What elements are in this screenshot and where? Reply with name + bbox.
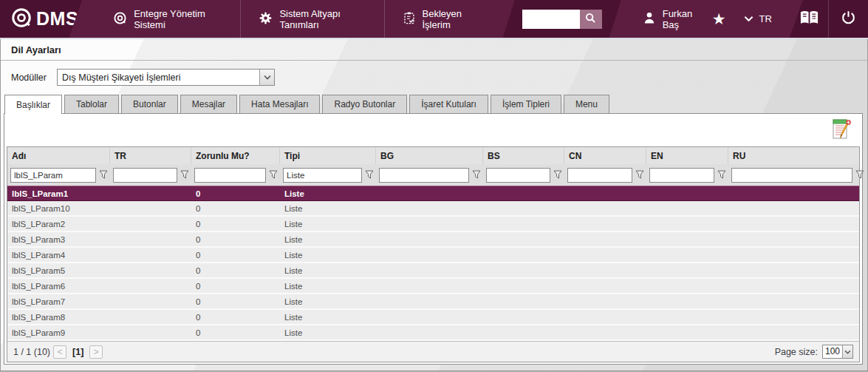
table-row[interactable]: lblS_LParam9 0 Liste <box>7 325 859 341</box>
chevron-down-icon <box>264 75 271 80</box>
clipboard-check-icon <box>403 11 416 27</box>
filter-input-bg[interactable] <box>379 168 469 183</box>
filter-input-zorunlu-mu[interactable] <box>194 168 266 183</box>
cell-adi: lblS_LParam1 <box>7 186 110 200</box>
cell-adi: lblS_LParam6 <box>7 279 110 293</box>
filter-funnel-icon[interactable] <box>635 170 644 180</box>
chevron-down-icon <box>744 13 753 24</box>
tab-isaret-kutulari[interactable]: İşaret Kutuları <box>409 95 488 113</box>
tab-butonlar[interactable]: Butonlar <box>121 95 178 113</box>
menu-item-sistem-altyapi-tanimlari[interactable]: Sistem Altyapı Tanımları <box>240 0 383 38</box>
filter-funnel-icon[interactable] <box>553 170 562 180</box>
filter-funnel-icon[interactable] <box>472 170 481 180</box>
table-row[interactable]: lblS_LParam1 0 Liste <box>7 186 859 201</box>
filter-input-cn[interactable] <box>567 168 632 183</box>
pager-next-button[interactable]: > <box>89 345 103 359</box>
table-row[interactable]: lblS_LParam4 0 Liste <box>7 248 859 263</box>
pager-prev-button[interactable]: < <box>53 345 66 359</box>
gear-icon <box>259 11 273 27</box>
page-title-bar: Dil Ayarları <box>1 39 867 61</box>
cell-tr <box>110 325 191 339</box>
grid-filter-row <box>7 164 859 186</box>
user-menu[interactable]: Furkan Baş <box>642 0 705 38</box>
tab-mesajlar[interactable]: Mesajlar <box>180 95 237 113</box>
filter-funnel-icon[interactable] <box>365 170 374 180</box>
cell-tr <box>110 232 191 246</box>
filter-funnel-icon[interactable] <box>269 170 278 180</box>
cell-zorunlu: 0 <box>191 217 280 231</box>
column-header-ru[interactable]: RU <box>728 147 859 164</box>
tab-menu[interactable]: Menu <box>564 95 609 113</box>
tab-tablolar[interactable]: Tablolar <box>64 95 119 113</box>
qdms-circle-icon <box>113 11 127 27</box>
filter-funnel-icon[interactable] <box>99 170 108 180</box>
page-size-select[interactable]: 100 <box>822 345 853 359</box>
pager-page-1[interactable]: [1] <box>72 347 83 357</box>
grid-pager: 1 / 1 (10) < [1] > Page size: 100 <box>7 341 859 362</box>
tab-islem-tipleri[interactable]: İşlem Tipleri <box>491 95 561 113</box>
cell-tipi: Liste <box>280 294 376 308</box>
menu-item-entegre-yonetim-sistemi[interactable]: Entegre Yönetim Sistemi <box>95 0 240 38</box>
language-code: TR <box>759 13 772 24</box>
module-select[interactable]: Dış Müşteri Şikayeti İşlemleri <box>57 69 275 86</box>
navbar-search-segment <box>503 0 621 38</box>
column-header-bg[interactable]: BG <box>376 147 483 164</box>
table-row[interactable]: lblS_LParam6 0 Liste <box>7 279 859 294</box>
column-header-cn[interactable]: CN <box>564 147 646 164</box>
page-size-label: Page size: <box>775 347 818 357</box>
favorites-button[interactable]: ★ <box>705 0 734 38</box>
table-row[interactable]: lblS_LParam10 0 Liste <box>7 201 859 217</box>
navbar-right-segment <box>790 0 868 38</box>
filter-funnel-icon[interactable] <box>855 170 864 180</box>
filter-funnel-icon[interactable] <box>717 170 726 180</box>
column-header-zorunlu-mu[interactable]: Zorunlu Mu? <box>191 147 280 164</box>
cell-tipi: Liste <box>280 232 376 246</box>
table-row[interactable]: lblS_LParam2 0 Liste <box>7 217 859 232</box>
help-book-button[interactable] <box>790 0 829 38</box>
column-header-tr[interactable]: TR <box>110 147 191 164</box>
tab-radyo-butonlar[interactable]: Radyo Butonlar <box>322 95 407 113</box>
filter-input-tipi[interactable] <box>283 168 362 183</box>
search-button[interactable] <box>580 10 602 29</box>
qdms-logo[interactable]: DMS <box>0 0 82 38</box>
table-row[interactable]: lblS_LParam8 0 Liste <box>7 310 859 325</box>
column-header-adi[interactable]: Adı <box>7 147 110 164</box>
star-icon: ★ <box>712 10 726 28</box>
table-row[interactable]: lblS_LParam3 0 Liste <box>7 232 859 248</box>
cell-tipi: Liste <box>280 186 376 200</box>
page-size-dropdown-button[interactable] <box>842 345 852 358</box>
menu-item-label: Entegre Yönetim Sistemi <box>134 8 222 30</box>
cell-adi: lblS_LParam9 <box>7 325 110 339</box>
table-row[interactable]: lblS_LParam5 0 Liste <box>7 263 859 279</box>
chevron-down-icon <box>844 350 851 354</box>
tab-basliklar[interactable]: Başlıklar <box>4 95 62 114</box>
menu-item-bekleyen-islerim[interactable]: Bekleyen İşlerim <box>384 0 499 38</box>
cell-tipi: Liste <box>280 217 376 231</box>
filter-input-adi[interactable] <box>10 168 96 183</box>
filter-input-bs[interactable] <box>486 168 550 183</box>
column-header-en[interactable]: EN <box>646 147 728 164</box>
edit-note-button[interactable] <box>830 117 853 143</box>
user-icon <box>642 10 657 27</box>
column-header-tipi[interactable]: Tipi <box>280 147 376 164</box>
filter-input-ru[interactable] <box>731 168 852 183</box>
open-book-icon <box>799 9 819 30</box>
cell-tipi: Liste <box>280 263 376 277</box>
search-input[interactable] <box>522 10 580 29</box>
filter-input-tr[interactable] <box>113 168 177 183</box>
language-selector[interactable]: TR <box>734 0 782 38</box>
cell-zorunlu: 0 <box>191 310 280 324</box>
menu-item-label: Bekleyen İşlerim <box>423 8 481 30</box>
filter-input-en[interactable] <box>649 168 714 183</box>
cell-tipi: Liste <box>280 248 376 262</box>
logout-button[interactable] <box>828 0 868 38</box>
module-select-dropdown-button[interactable] <box>259 70 274 85</box>
table-row[interactable]: lblS_LParam7 0 Liste <box>7 294 859 310</box>
cell-tr <box>110 310 191 324</box>
column-header-bs[interactable]: BS <box>483 147 564 164</box>
main-window: Dil Ayarları Modüller Dış Müşteri Şikaye… <box>0 39 868 371</box>
tab-hata-mesajlari[interactable]: Hata Mesajları <box>239 95 320 113</box>
cell-zorunlu: 0 <box>191 263 280 277</box>
module-select-value: Dış Müşteri Şikayeti İşlemleri <box>58 72 259 83</box>
filter-funnel-icon[interactable] <box>180 170 189 180</box>
